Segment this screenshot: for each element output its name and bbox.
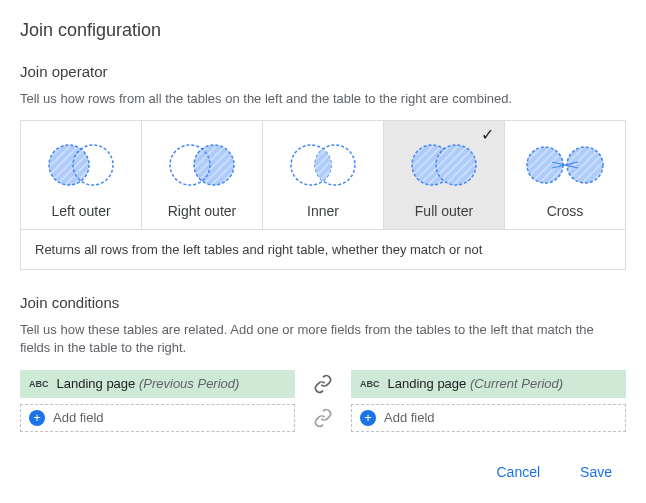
- add-field-label: Add field: [53, 410, 104, 425]
- cancel-button[interactable]: Cancel: [490, 460, 546, 484]
- join-option-cross[interactable]: Cross: [505, 121, 625, 229]
- join-condition-row: ABC Landing page (Previous Period) ABC L…: [20, 370, 626, 398]
- condition-right-field[interactable]: ABC Landing page (Current Period): [351, 370, 626, 398]
- venn-full-outer-icon: [384, 135, 504, 195]
- join-option-label: Inner: [263, 203, 383, 219]
- add-left-field-button[interactable]: + Add field: [20, 404, 295, 432]
- link-icon: [295, 374, 351, 394]
- join-conditions-heading: Join conditions: [20, 294, 626, 311]
- field-type-badge: ABC: [360, 379, 380, 389]
- join-option-full-outer[interactable]: ✓ Full outer: [384, 121, 505, 229]
- field-name: Landing page: [57, 376, 136, 391]
- join-option-label: Cross: [505, 203, 625, 219]
- svg-point-11: [436, 145, 476, 185]
- condition-left-field[interactable]: ABC Landing page (Previous Period): [20, 370, 295, 398]
- venn-cross-icon: [505, 135, 625, 195]
- plus-icon: +: [29, 410, 45, 426]
- save-button[interactable]: Save: [574, 460, 618, 484]
- svg-point-12: [527, 147, 563, 183]
- add-right-field-button[interactable]: + Add field: [351, 404, 626, 432]
- field-name: Landing page: [388, 376, 467, 391]
- svg-point-4: [194, 145, 234, 185]
- plus-icon: +: [360, 410, 376, 426]
- join-operator-description: Tell us how rows from all the tables on …: [20, 90, 626, 108]
- join-option-label: Right outer: [142, 203, 262, 219]
- svg-point-13: [567, 147, 603, 183]
- join-operator-selector: Left outer Right outer: [20, 120, 626, 270]
- join-option-label: Left outer: [21, 203, 141, 219]
- field-suffix: (Current Period): [470, 376, 563, 391]
- join-option-left-outer[interactable]: Left outer: [21, 121, 142, 229]
- join-conditions-description: Tell us how these tables are related. Ad…: [20, 321, 626, 357]
- join-condition-add-row: + Add field + Add field: [20, 404, 626, 432]
- venn-left-outer-icon: [21, 135, 141, 195]
- page-title: Join configuration: [20, 20, 626, 41]
- check-icon: ✓: [481, 125, 494, 144]
- link-icon: [295, 408, 351, 428]
- join-option-right-outer[interactable]: Right outer: [142, 121, 263, 229]
- field-type-badge: ABC: [29, 379, 49, 389]
- selected-operator-description: Returns all rows from the left tables an…: [21, 229, 625, 269]
- join-operator-heading: Join operator: [20, 63, 626, 80]
- svg-point-2: [49, 145, 89, 185]
- join-option-label: Full outer: [384, 203, 504, 219]
- dialog-actions: Cancel Save: [20, 460, 626, 484]
- join-option-inner[interactable]: Inner: [263, 121, 384, 229]
- venn-inner-icon: [263, 135, 383, 195]
- add-field-label: Add field: [384, 410, 435, 425]
- field-suffix: (Previous Period): [139, 376, 239, 391]
- venn-right-outer-icon: [142, 135, 262, 195]
